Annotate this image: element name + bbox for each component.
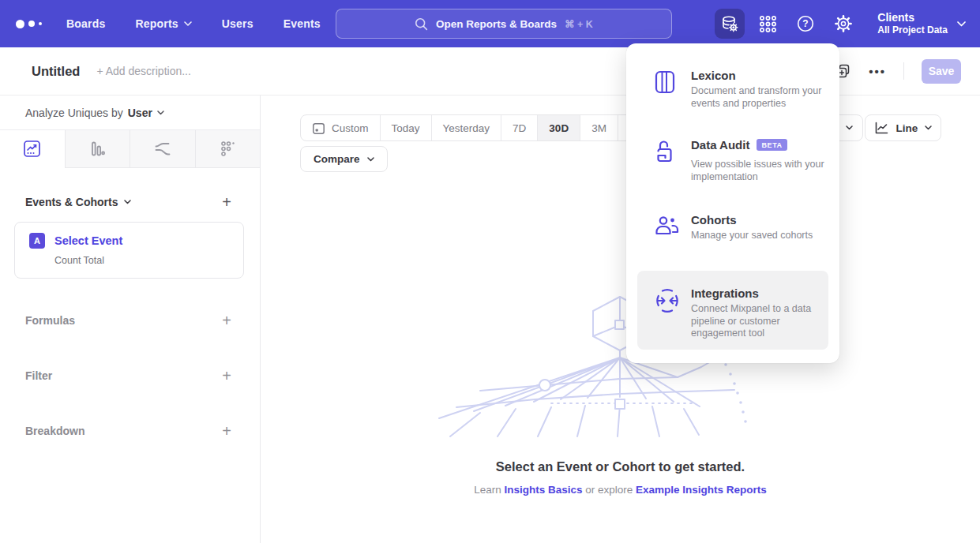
aggregation-dropdown[interactable]: Count Total <box>54 255 232 266</box>
help-button[interactable]: ? <box>790 9 820 39</box>
project-title: Clients <box>877 11 948 24</box>
analyze-row: Analyze Uniques by User <box>0 95 260 130</box>
divider <box>903 62 904 80</box>
empty-state-title: Select an Event or Cohort to get started… <box>261 459 980 474</box>
lexicon-icon <box>655 70 675 94</box>
data-management-button[interactable] <box>715 9 745 39</box>
chevron-down-icon <box>846 125 853 130</box>
page-title[interactable]: Untitled <box>32 64 80 79</box>
add-formula-button[interactable]: + <box>222 313 231 328</box>
chevron-down-icon <box>367 157 374 162</box>
scatter-chart-icon <box>219 140 237 158</box>
mixpanel-logo-icon[interactable] <box>16 20 47 28</box>
events-cohorts-dropdown[interactable]: Events & Cohorts <box>25 196 131 208</box>
apps-grid-icon <box>758 14 778 34</box>
project-switcher[interactable]: Clients All Project Data <box>877 11 966 36</box>
date-range-yesterday[interactable]: Yesterday <box>431 115 501 140</box>
calendar-icon <box>312 122 325 135</box>
cohorts-icon <box>655 215 680 237</box>
formulas-label: Formulas <box>25 314 75 327</box>
chart-type-tabs <box>0 130 260 168</box>
tab-flow-chart[interactable] <box>130 130 195 168</box>
menu-item-description: Connect Mixpanel to a data pipeline or c… <box>691 303 835 340</box>
settings-gear-icon <box>833 13 854 34</box>
top-nav: Boards Reports Users Events Open Reports… <box>0 0 980 47</box>
date-range-today[interactable]: Today <box>380 115 431 140</box>
search-icon <box>415 17 428 31</box>
chevron-down-icon <box>957 21 966 27</box>
bar-chart-icon <box>88 140 107 158</box>
svg-text:?: ? <box>803 18 809 29</box>
tab-line-chart[interactable] <box>0 130 65 168</box>
add-event-button[interactable]: + <box>222 194 231 210</box>
analyze-value-dropdown[interactable]: User <box>128 107 164 119</box>
empty-state-subtitle: Learn Insights Basics or explore Example… <box>261 484 980 496</box>
filter-section: Filter + <box>0 348 260 403</box>
menu-item-title: Cohorts <box>691 213 835 227</box>
data-audit-icon <box>655 140 677 165</box>
menu-item-title: Lexicon <box>691 69 835 82</box>
add-filter-button[interactable]: + <box>222 368 231 384</box>
save-button[interactable]: Save <box>922 59 961 84</box>
settings-gear-button[interactable] <box>828 9 858 39</box>
select-event-button[interactable]: Select Event <box>54 234 122 247</box>
chevron-down-icon <box>157 110 164 115</box>
query-builder-sidebar: Analyze Uniques by User <box>0 95 261 543</box>
chevron-down-icon <box>184 21 192 26</box>
line-chart-icon <box>23 140 41 158</box>
tab-scatter-chart[interactable] <box>195 130 261 168</box>
nav-item-events[interactable]: Events <box>283 17 321 30</box>
flow-chart-icon <box>153 140 172 159</box>
chart-style-dropdown[interactable]: Line <box>865 114 941 141</box>
search-placeholder: Open Reports & Boards <box>436 18 557 30</box>
example-insights-reports-link[interactable]: Example Insights Reports <box>636 484 767 496</box>
search-input[interactable]: Open Reports & Boards ⌘ + K <box>336 9 672 39</box>
add-description-button[interactable]: + Add description... <box>96 65 190 77</box>
menu-item-title: Integrations <box>691 286 835 300</box>
chevron-down-icon <box>124 200 131 204</box>
menu-item-description: View possible issues with your implement… <box>691 159 835 183</box>
line-chart-icon <box>874 122 889 135</box>
help-icon: ? <box>795 13 816 34</box>
nav-item-users[interactable]: Users <box>222 17 253 30</box>
date-range-7d[interactable]: 7D <box>501 115 537 140</box>
apps-grid-button[interactable] <box>753 9 783 39</box>
data-management-icon <box>720 14 739 33</box>
formulas-section: Formulas + <box>0 293 260 348</box>
events-cohorts-header: Events & Cohorts + <box>0 194 260 210</box>
analyze-label: Analyze Uniques by <box>25 107 123 119</box>
chevron-down-icon <box>925 125 932 130</box>
date-range-30d[interactable]: 30D <box>537 115 580 140</box>
menu-item-title: Data Audit <box>691 138 749 152</box>
filter-label: Filter <box>25 369 52 382</box>
breakdown-section: Breakdown + <box>0 403 260 459</box>
add-breakdown-button[interactable]: + <box>222 423 231 439</box>
date-range-custom[interactable]: Custom <box>301 115 380 140</box>
menu-item-description: Document and transform your events and p… <box>691 85 835 110</box>
compare-button[interactable]: Compare <box>300 146 388 172</box>
nav-item-reports[interactable]: Reports <box>135 17 191 30</box>
project-subtitle: All Project Data <box>877 24 948 36</box>
tab-bar-chart[interactable] <box>65 130 130 168</box>
date-range-control: Custom Today Yesterday 7D 30D 3M 6M <box>300 114 656 141</box>
integrations-icon <box>655 288 680 313</box>
event-letter-badge: A <box>29 233 45 249</box>
more-options-button[interactable]: ••• <box>869 65 886 78</box>
menu-item-integrations[interactable]: Integrations Connect Mixpanel to a data … <box>626 271 839 350</box>
data-management-menu: Lexicon Document and transform your even… <box>626 43 839 363</box>
breakdown-label: Breakdown <box>25 425 84 437</box>
menu-item-description: Manage your saved cohorts <box>691 230 835 242</box>
insights-basics-link[interactable]: Insights Basics <box>504 484 582 496</box>
beta-badge: BETA <box>757 139 787 151</box>
nav-item-boards[interactable]: Boards <box>66 17 105 30</box>
date-range-3m[interactable]: 3M <box>580 115 618 140</box>
event-card[interactable]: A Select Event Count Total <box>14 222 244 279</box>
search-shortcut: ⌘ + K <box>565 18 593 30</box>
